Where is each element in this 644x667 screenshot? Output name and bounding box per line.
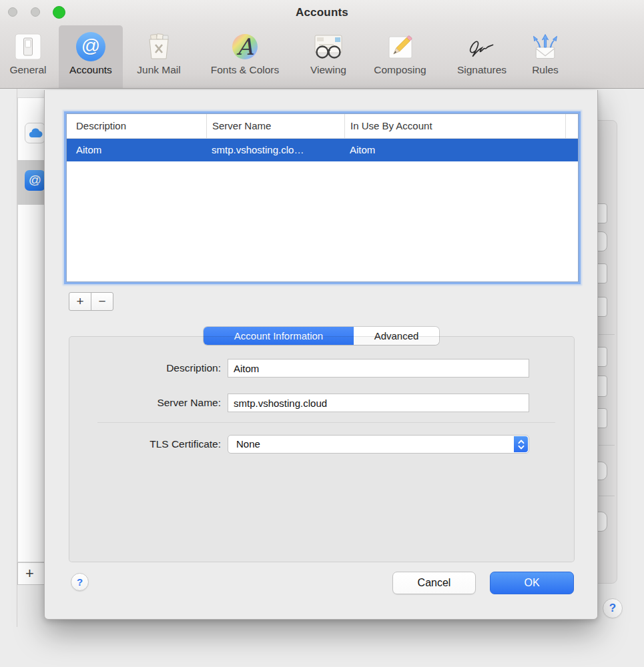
cell-server-name: smtp.vshosting.clo… <box>206 139 344 161</box>
toolbar-label-viewing: Viewing <box>310 64 346 76</box>
server-list-controls: + − <box>69 292 113 311</box>
smtp-server-sheet: Description Server Name In Use By Accoun… <box>44 90 598 620</box>
general-icon <box>13 31 43 62</box>
toolbar-label-rules: Rules <box>532 64 559 76</box>
junk-mail-icon <box>143 31 174 62</box>
rules-icon <box>530 31 561 62</box>
description-label: Description: <box>45 359 221 378</box>
viewing-icon <box>313 31 344 62</box>
window-title: Accounts <box>0 6 644 19</box>
toolbar-item-accounts[interactable]: @ Accounts <box>59 25 123 88</box>
toolbar-label-signatures: Signatures <box>457 64 507 76</box>
background-separator <box>599 496 615 496</box>
server-name-label: Server Name: <box>45 394 221 412</box>
toolbar-item-rules[interactable]: Rules <box>525 25 565 88</box>
table-row[interactable]: Aitom smtp.vshosting.clo… Aitom <box>67 139 578 161</box>
tls-certificate-value: None <box>236 436 260 453</box>
preferences-toolbar: General @ Accounts Junk Mail A Fonts & C… <box>0 25 644 89</box>
composing-icon <box>385 31 416 62</box>
toolbar-item-general[interactable]: General <box>4 25 52 88</box>
at-icon: @ <box>25 170 45 191</box>
toolbar-item-viewing[interactable]: Viewing <box>302 25 355 88</box>
toolbar-item-signatures[interactable]: Signatures <box>445 25 519 88</box>
titlebar: Accounts <box>0 0 644 25</box>
column-header-in-use-by-account[interactable]: In Use By Account <box>344 114 565 138</box>
fonts-colors-icon: A <box>230 31 260 62</box>
ok-button[interactable]: OK <box>490 572 574 594</box>
smtp-server-table[interactable]: Description Server Name In Use By Accoun… <box>66 113 579 282</box>
form-separator <box>97 422 555 423</box>
window-help-button: ? <box>603 598 623 618</box>
column-header-spacer <box>565 114 578 138</box>
stepper-chevrons-icon <box>514 436 528 452</box>
sidebar-add-account-button: + <box>17 562 45 585</box>
cell-description: Aitom <box>67 139 206 161</box>
toolbar-item-junk-mail[interactable]: Junk Mail <box>129 25 188 88</box>
description-field[interactable] <box>228 359 529 378</box>
toolbar-label-composing: Composing <box>374 64 426 76</box>
svg-text:A: A <box>236 33 254 60</box>
background-separator <box>599 334 615 335</box>
cancel-button[interactable]: Cancel <box>392 572 476 594</box>
toolbar-label-accounts: Accounts <box>69 64 112 76</box>
signatures-icon <box>466 31 497 62</box>
remove-server-button[interactable]: − <box>91 292 113 311</box>
toolbar-label-fonts-colors: Fonts & Colors <box>211 64 280 76</box>
toolbar-label-general: General <box>9 64 46 76</box>
sheet-help-button[interactable]: ? <box>71 573 89 591</box>
table-header: Description Server Name In Use By Accoun… <box>67 114 578 139</box>
add-server-button[interactable]: + <box>69 292 91 311</box>
cell-in-use-by-account: Aitom <box>344 139 565 161</box>
toolbar-item-composing[interactable]: Composing <box>362 25 438 88</box>
accounts-icon: @ <box>75 31 106 62</box>
column-header-server-name[interactable]: Server Name <box>206 114 344 138</box>
toolbar-label-junk-mail: Junk Mail <box>137 64 180 76</box>
background-separator <box>599 445 615 446</box>
icloud-icon <box>25 123 45 143</box>
column-header-description[interactable]: Description <box>67 114 206 138</box>
toolbar-item-fonts-colors[interactable]: A Fonts & Colors <box>195 25 295 88</box>
server-name-field[interactable] <box>228 394 529 412</box>
tls-certificate-select[interactable]: None <box>228 435 529 454</box>
tls-certificate-label: TLS Certificate: <box>45 435 221 454</box>
